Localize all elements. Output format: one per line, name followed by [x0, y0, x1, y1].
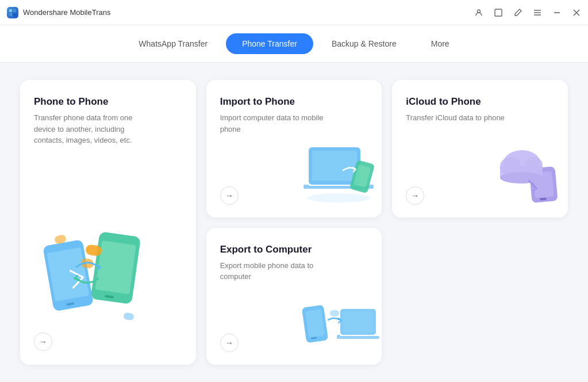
menu-icon[interactable] [533, 8, 542, 17]
svg-rect-34 [330, 310, 339, 316]
card-desc-icloud: Transfer iCloud data to phone [406, 112, 509, 124]
import-illustration [298, 136, 373, 199]
card-export-to-computer[interactable]: Export to Computer Export mobile phone d… [206, 228, 382, 365]
close-icon[interactable] [572, 8, 581, 17]
svg-point-16 [307, 193, 370, 203]
export-illustration [298, 290, 373, 353]
app-icon [7, 7, 18, 18]
card-title-import: Import to Phone [220, 96, 368, 108]
card-desc-phone-to-phone: Transfer phone data from one device to a… [34, 112, 137, 146]
app-name: Wondershare MobileTrans [23, 8, 110, 17]
window-controls [474, 8, 581, 17]
card-title-export: Export to Computer [220, 244, 368, 255]
main-content: Phone to Phone Transfer phone data from … [0, 63, 588, 382]
title-bar: Wondershare MobileTrans [0, 0, 588, 25]
svg-rect-5 [495, 9, 502, 16]
edit-icon[interactable] [513, 8, 522, 17]
svg-rect-2 [9, 13, 12, 16]
svg-rect-0 [9, 9, 12, 12]
svg-point-28 [500, 172, 543, 184]
tab-more[interactable]: More [415, 33, 466, 54]
nav-bar: WhatsApp Transfer Phone Transfer Backup … [0, 25, 588, 63]
card-arrow-export[interactable]: → [220, 334, 239, 352]
card-icloud-to-phone[interactable]: iCloud to Phone Transfer iCloud data to … [392, 80, 568, 217]
tab-whatsapp-transfer[interactable]: WhatsApp Transfer [122, 33, 224, 54]
tab-backup-restore[interactable]: Backup & Restore [316, 33, 413, 54]
card-desc-import: Import computer data to mobile phone [220, 112, 324, 135]
minimize-icon[interactable] [552, 8, 562, 17]
svg-rect-18 [312, 151, 357, 181]
svg-rect-1 [13, 9, 16, 12]
svg-rect-3 [13, 13, 16, 16]
title-bar-left: Wondershare MobileTrans [7, 7, 474, 18]
icloud-illustration [487, 136, 562, 199]
card-arrow-phone-to-phone[interactable]: → [34, 333, 52, 351]
profile-icon[interactable] [474, 8, 483, 17]
svg-point-4 [478, 10, 481, 13]
card-desc-export: Export mobile phone data to computer [220, 260, 324, 282]
window-icon[interactable] [494, 8, 503, 17]
card-title-icloud: iCloud to Phone [406, 96, 554, 108]
card-arrow-import[interactable]: → [220, 186, 239, 205]
card-import-to-phone[interactable]: Import to Phone Import computer data to … [206, 80, 382, 217]
svg-rect-33 [343, 312, 373, 332]
card-arrow-icloud[interactable]: → [406, 186, 424, 205]
svg-rect-10 [95, 240, 136, 295]
phone-to-phone-illustration [37, 227, 152, 330]
card-title-phone-to-phone: Phone to Phone [34, 96, 182, 108]
card-phone-to-phone[interactable]: Phone to Phone Transfer phone data from … [20, 80, 196, 365]
svg-rect-15 [123, 312, 134, 321]
tab-phone-transfer[interactable]: Phone Transfer [226, 33, 313, 54]
